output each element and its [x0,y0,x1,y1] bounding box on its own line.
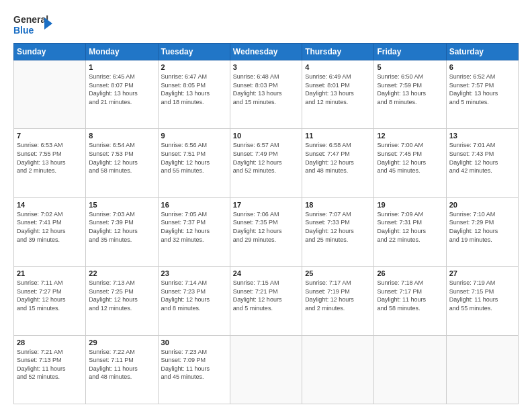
day-info: Sunrise: 7:23 AM Sunset: 7:09 PM Dayligh… [161,348,227,381]
day-number: 9 [161,132,227,140]
day-info: Sunrise: 7:19 AM Sunset: 7:15 PM Dayligh… [449,279,515,312]
calendar-cell: 17Sunrise: 7:06 AM Sunset: 7:35 PM Dayli… [230,197,302,266]
day-number: 5 [377,63,443,71]
day-number: 19 [377,201,443,209]
day-info: Sunrise: 7:10 AM Sunset: 7:29 PM Dayligh… [449,210,515,244]
day-number: 25 [305,269,371,277]
day-info: Sunrise: 6:56 AM Sunset: 7:51 PM Dayligh… [161,141,227,175]
day-number: 21 [17,269,83,277]
day-info: Sunrise: 6:47 AM Sunset: 8:05 PM Dayligh… [161,73,227,106]
day-info: Sunrise: 7:14 AM Sunset: 7:23 PM Dayligh… [161,279,227,312]
calendar-cell [230,335,302,404]
day-info: Sunrise: 7:03 AM Sunset: 7:39 PM Dayligh… [89,210,154,244]
calendar-cell: 14Sunrise: 7:02 AM Sunset: 7:41 PM Dayli… [14,197,86,266]
logo-svg: GeneralBlue [13,12,54,38]
day-number: 2 [161,63,227,71]
calendar-cell: 6Sunrise: 6:52 AM Sunset: 7:57 PM Daylig… [446,60,518,129]
day-info: Sunrise: 7:18 AM Sunset: 7:17 PM Dayligh… [377,279,443,312]
calendar-cell: 24Sunrise: 7:15 AM Sunset: 7:21 PM Dayli… [230,267,302,335]
day-number: 4 [305,63,371,71]
day-number: 20 [449,201,515,209]
column-header-friday: Friday [374,44,446,60]
day-number: 13 [449,132,515,140]
calendar-cell: 21Sunrise: 7:11 AM Sunset: 7:27 PM Dayli… [14,267,86,335]
day-number: 16 [161,201,227,209]
day-number: 30 [161,338,227,347]
day-info: Sunrise: 6:50 AM Sunset: 7:59 PM Dayligh… [377,73,443,106]
calendar-cell [374,335,446,404]
day-info: Sunrise: 7:00 AM Sunset: 7:45 PM Dayligh… [377,141,443,175]
day-number: 26 [377,269,443,277]
day-info: Sunrise: 6:54 AM Sunset: 7:53 PM Dayligh… [89,141,154,175]
calendar-cell: 12Sunrise: 7:00 AM Sunset: 7:45 PM Dayli… [374,129,446,197]
calendar-cell: 22Sunrise: 7:13 AM Sunset: 7:25 PM Dayli… [86,267,158,335]
day-info: Sunrise: 6:45 AM Sunset: 8:07 PM Dayligh… [89,73,154,106]
calendar-cell: 28Sunrise: 7:21 AM Sunset: 7:13 PM Dayli… [14,335,86,404]
day-info: Sunrise: 7:02 AM Sunset: 7:41 PM Dayligh… [17,210,83,244]
svg-text:General: General [13,14,48,25]
calendar-cell: 3Sunrise: 6:48 AM Sunset: 8:03 PM Daylig… [230,60,302,129]
day-number: 17 [233,201,299,209]
calendar-cell: 19Sunrise: 7:09 AM Sunset: 7:31 PM Dayli… [374,197,446,266]
calendar-cell: 10Sunrise: 6:57 AM Sunset: 7:49 PM Dayli… [230,129,302,197]
day-number: 8 [89,132,154,140]
calendar-week-row: 28Sunrise: 7:21 AM Sunset: 7:13 PM Dayli… [14,335,519,404]
calendar-cell: 8Sunrise: 6:54 AM Sunset: 7:53 PM Daylig… [86,129,158,197]
column-header-sunday: Sunday [14,44,86,60]
calendar-week-row: 21Sunrise: 7:11 AM Sunset: 7:27 PM Dayli… [14,267,519,335]
calendar-cell: 23Sunrise: 7:14 AM Sunset: 7:23 PM Dayli… [158,267,230,335]
logo: GeneralBlue [13,12,54,38]
day-number: 27 [449,269,515,277]
calendar-cell: 25Sunrise: 7:17 AM Sunset: 7:19 PM Dayli… [302,267,374,335]
day-number: 23 [161,269,227,277]
calendar-table: SundayMondayTuesdayWednesdayThursdayFrid… [13,43,519,404]
calendar-cell: 29Sunrise: 7:22 AM Sunset: 7:11 PM Dayli… [86,335,158,404]
day-number: 15 [89,201,154,209]
calendar-week-row: 7Sunrise: 6:53 AM Sunset: 7:55 PM Daylig… [14,129,519,197]
page-header: GeneralBlue [13,12,519,38]
column-header-monday: Monday [86,44,158,60]
calendar-cell: 2Sunrise: 6:47 AM Sunset: 8:05 PM Daylig… [158,60,230,129]
day-info: Sunrise: 6:58 AM Sunset: 7:47 PM Dayligh… [305,141,371,175]
day-info: Sunrise: 6:48 AM Sunset: 8:03 PM Dayligh… [233,73,299,106]
day-number: 7 [17,132,83,140]
day-number: 29 [89,338,154,347]
day-number: 22 [89,269,154,277]
day-info: Sunrise: 7:17 AM Sunset: 7:19 PM Dayligh… [305,279,371,312]
day-number: 6 [449,63,515,71]
calendar-cell: 4Sunrise: 6:49 AM Sunset: 8:01 PM Daylig… [302,60,374,129]
day-info: Sunrise: 7:07 AM Sunset: 7:33 PM Dayligh… [305,210,371,244]
calendar-cell [14,60,86,129]
column-header-saturday: Saturday [446,44,518,60]
day-number: 12 [377,132,443,140]
day-number: 14 [17,201,83,209]
day-info: Sunrise: 6:49 AM Sunset: 8:01 PM Dayligh… [305,73,371,106]
day-number: 1 [89,63,154,71]
column-header-tuesday: Tuesday [158,44,230,60]
day-number: 24 [233,269,299,277]
calendar-week-row: 14Sunrise: 7:02 AM Sunset: 7:41 PM Dayli… [14,197,519,266]
column-header-wednesday: Wednesday [230,44,302,60]
day-info: Sunrise: 7:22 AM Sunset: 7:11 PM Dayligh… [89,348,154,381]
calendar-cell: 27Sunrise: 7:19 AM Sunset: 7:15 PM Dayli… [446,267,518,335]
day-number: 28 [17,338,83,347]
day-number: 10 [233,132,299,140]
calendar-week-row: 1Sunrise: 6:45 AM Sunset: 8:07 PM Daylig… [14,60,519,129]
day-info: Sunrise: 6:57 AM Sunset: 7:49 PM Dayligh… [233,141,299,175]
calendar-cell: 1Sunrise: 6:45 AM Sunset: 8:07 PM Daylig… [86,60,158,129]
day-info: Sunrise: 7:21 AM Sunset: 7:13 PM Dayligh… [17,348,83,381]
column-header-thursday: Thursday [302,44,374,60]
day-number: 11 [305,132,371,140]
calendar-cell: 20Sunrise: 7:10 AM Sunset: 7:29 PM Dayli… [446,197,518,266]
calendar-cell: 11Sunrise: 6:58 AM Sunset: 7:47 PM Dayli… [302,129,374,197]
calendar-cell [302,335,374,404]
calendar-cell: 18Sunrise: 7:07 AM Sunset: 7:33 PM Dayli… [302,197,374,266]
calendar-cell: 30Sunrise: 7:23 AM Sunset: 7:09 PM Dayli… [158,335,230,404]
calendar-cell: 26Sunrise: 7:18 AM Sunset: 7:17 PM Dayli… [374,267,446,335]
day-info: Sunrise: 7:01 AM Sunset: 7:43 PM Dayligh… [449,141,515,175]
day-info: Sunrise: 7:13 AM Sunset: 7:25 PM Dayligh… [89,279,154,312]
day-info: Sunrise: 6:53 AM Sunset: 7:55 PM Dayligh… [17,141,83,175]
day-info: Sunrise: 7:05 AM Sunset: 7:37 PM Dayligh… [161,210,227,244]
calendar-header-row: SundayMondayTuesdayWednesdayThursdayFrid… [14,44,519,60]
day-number: 3 [233,63,299,71]
